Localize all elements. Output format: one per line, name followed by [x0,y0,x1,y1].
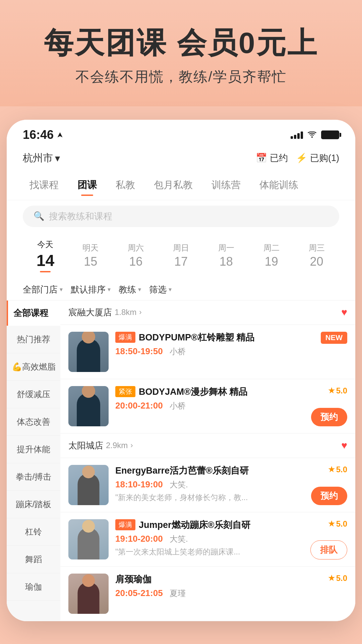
date-tomorrow[interactable]: 明天 15 [68,243,113,269]
sidebar-item-relax[interactable]: 舒缓减压 [7,381,60,408]
course-thumb-1 [68,332,109,372]
hero-subtitle: 不会练不用慌，教练/学员齐帮忙 [20,67,342,86]
signal-icon [291,131,303,139]
search-icon: 🔍 [34,211,44,221]
tab-monthly-private[interactable]: 包月私教 [144,174,202,196]
sidebar-item-dance[interactable]: 舞蹈 [7,546,60,573]
date-sat[interactable]: 周六 16 [113,243,159,269]
course-card-1: 爆满 BODYPUMP®杠铃雕塑 精品 18:50-19:50 小桥 NEW [60,325,355,379]
course-title-1: BODYPUMP®杠铃雕塑 精品 [139,332,254,343]
course-list: 宸融大厦店 1.8km › ♥ 爆满 BODYPUMP®杠铃雕 [60,301,355,621]
sidebar-item-posture[interactable]: 体态改善 [7,408,60,436]
course-time-2: 20:00-21:00 [115,400,163,411]
date-selector: 今天 14 明天 15 周六 16 周日 17 周一 18 周二 19 周三 2… [7,232,355,279]
chevron-right-icon-2: › [130,441,133,450]
city-name: 杭州市 [23,151,53,165]
wifi-icon [308,129,316,140]
location-display[interactable]: 杭州市 ▾ [23,151,60,165]
sidebar-all-courses[interactable]: 全部课程 [7,301,60,326]
date-wed-num: 20 [294,255,339,269]
tag-hot-1: 爆满 [115,332,135,343]
sidebar-item-fitness[interactable]: 提升体能 [7,436,60,463]
course-rating-2: ★ 5.0 [328,386,347,395]
date-sat-label: 周六 [113,243,159,253]
filter-bar: 全部门店 ▾ 默认排序 ▾ 教练 ▾ 筛选 ▾ [7,279,355,301]
date-tue[interactable]: 周二 19 [249,243,294,269]
status-bar: 16:46 [7,120,355,146]
filter-all-stores[interactable]: 全部门店 ▾ [23,284,63,296]
course-teacher-3: 大笑. [170,480,188,489]
main-content: 全部课程 热门推荐 💪高效燃脂 舒缓减压 体态改善 提升体能 拳击/搏击 蹦床/… [7,301,355,621]
status-time: 16:46 [23,128,63,142]
sidebar-item-boxing[interactable]: 拳击/搏击 [7,463,60,491]
purchased-button[interactable]: ⚡ 已购(1) [296,152,339,164]
tab-physical-training[interactable]: 体能训练 [250,174,308,196]
phone-container: 16:46 杭州市 ▾ [7,120,355,621]
store-header-2: 太阳城店 2.9km › ♥ [60,434,355,458]
course-time-3: 18:10-19:00 [115,479,163,489]
course-title-4: Jumper燃动蹦床®乐刻自研 [139,519,250,531]
date-sun[interactable]: 周日 17 [159,243,204,269]
hero-section: 每天团课 会员0元上 不会练不用慌，教练/学员齐帮忙 [0,0,362,106]
chevron-down-icon: ▾ [108,286,111,293]
location-dropdown-icon: ▾ [55,152,60,164]
date-wed[interactable]: 周三 20 [294,243,339,269]
tab-private[interactable]: 私教 [106,174,144,196]
filter-coach[interactable]: 教练 ▾ [119,284,141,296]
star-icon-4: ★ [328,520,335,528]
course-card-2: 紧张 BODYJAM®漫步舞林 精品 20:00-21:00 小桥 ★ 5.0 … [60,379,355,433]
date-sun-num: 17 [159,255,204,269]
search-placeholder: 搜索教练和课程 [49,210,112,222]
sidebar-item-hot[interactable]: 热门推荐 [7,326,60,353]
course-card-5: 肩颈瑜伽 20:05-21:05 夏瑾 ★ 5.0 [60,567,355,621]
nav-tabs: 找课程 团课 私教 包月私教 训练营 体能训练 [7,170,355,200]
date-sun-label: 周日 [159,243,204,253]
hero-title: 每天团课 会员0元上 [20,27,342,59]
top-actions: 📅 已约 ⚡ 已购(1) [256,152,339,164]
chevron-down-icon: ▾ [60,286,63,293]
favorite-icon-1[interactable]: ♥ [341,307,347,318]
course-title-5: 肩颈瑜伽 [115,574,152,585]
date-mon-label: 周一 [203,243,249,253]
queue-button-4[interactable]: 排队 [310,540,347,559]
book-button-3[interactable]: 预约 [311,487,347,505]
store-name-2[interactable]: 太阳城店 2.9km › [68,440,133,451]
battery-icon [321,130,339,139]
tab-group-class[interactable]: 团课 [68,174,106,196]
chevron-down-icon: ▾ [138,286,141,293]
course-time-1: 18:50-19:50 [115,346,163,356]
sidebar-item-barbell[interactable]: 杠铃 [7,518,60,546]
date-mon-num: 18 [203,255,249,269]
course-teacher-5: 夏瑾 [170,589,186,598]
store-header-1: 宸融大厦店 1.8km › ♥ [60,301,355,324]
filter-sort[interactable]: 默认排序 ▾ [71,284,111,296]
store-name-1[interactable]: 宸融大厦店 1.8km › [68,307,142,318]
sidebar-item-fatburn[interactable]: 💪高效燃脂 [7,353,60,381]
search-bar: 🔍 搜索教练和课程 [7,200,355,232]
course-card-4: 爆满 Jumper燃动蹦床®乐刻自研 19:10-20:00 大笑. "第一次来… [60,513,355,566]
date-today-num: 14 [23,251,68,270]
date-mon[interactable]: 周一 18 [203,243,249,269]
tab-training-camp[interactable]: 训练营 [202,174,250,196]
date-tue-num: 19 [249,255,294,269]
course-teacher-1: 小桥 [170,347,186,356]
date-tomorrow-label: 明天 [68,243,113,253]
tab-find-course[interactable]: 找课程 [20,174,68,196]
course-title-3: EnergyBarre活力芭蕾®乐刻自研 [115,465,249,477]
course-rating-4: ★ 5.0 [328,519,347,529]
sidebar-item-trampoline[interactable]: 蹦床/踏板 [7,491,60,518]
course-thumb-4 [68,519,109,559]
sidebar-item-yoga[interactable]: 瑜伽 [7,573,60,601]
date-today-label: 今天 [23,239,68,250]
chevron-down-icon: ▾ [169,286,172,293]
search-wrapper[interactable]: 🔍 搜索教练和课程 [23,206,339,227]
booked-button[interactable]: 📅 已约 [256,152,288,164]
filter-more[interactable]: 筛选 ▾ [149,284,172,296]
book-button-2[interactable]: 预约 [311,408,347,426]
date-today[interactable]: 今天 14 [23,239,68,272]
favorite-icon-2[interactable]: ♥ [341,440,347,451]
date-tue-label: 周二 [249,243,294,253]
sidebar: 全部课程 热门推荐 💪高效燃脂 舒缓减压 体态改善 提升体能 拳击/搏击 蹦床/… [7,301,60,621]
course-title-2: BODYJAM®漫步舞林 精品 [139,386,247,398]
star-icon-3: ★ [328,465,335,474]
